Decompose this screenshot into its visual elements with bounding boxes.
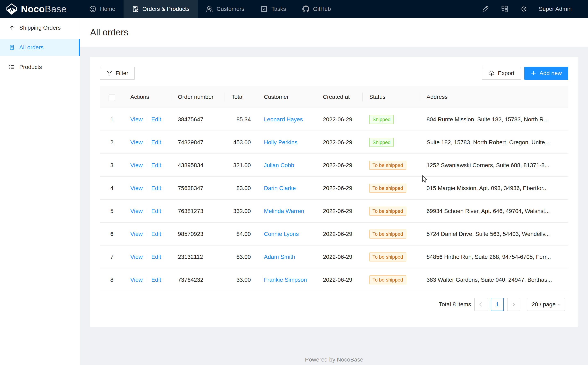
view-link[interactable]: View xyxy=(130,139,143,146)
row-actions-cell: ViewEdit xyxy=(124,223,171,246)
smiley-icon xyxy=(89,6,96,13)
customer-link[interactable]: Julian Cobb xyxy=(264,162,294,168)
row-order-number-cell: 38475647 xyxy=(171,108,225,131)
row-actions-cell: ViewEdit xyxy=(124,131,171,154)
row-created-at-cell: 2022-06-29 xyxy=(316,154,363,177)
nav-tab-label: Customers xyxy=(217,6,244,12)
plugin-blocks-icon[interactable] xyxy=(501,6,508,13)
customer-link[interactable]: Leonard Hayes xyxy=(264,116,303,123)
view-link[interactable]: View xyxy=(130,208,143,214)
customer-link[interactable]: Holly Perkins xyxy=(264,139,297,146)
edit-link[interactable]: Edit xyxy=(151,162,161,168)
nocobase-logo-icon xyxy=(6,3,18,15)
row-address-cell: 5724 Daniel Drive, Suite 563, 54403, Wen… xyxy=(420,223,568,246)
customer-link[interactable]: Frankie Simpson xyxy=(264,277,307,283)
nav-tab-orders-products[interactable]: Orders & Products xyxy=(123,0,198,18)
page-title: All orders xyxy=(90,27,578,38)
row-order-number-cell: 76381273 xyxy=(171,200,225,223)
actions-divider xyxy=(147,163,147,168)
row-index-cell: 7 xyxy=(100,246,124,268)
status-badge: To be shipped xyxy=(369,230,406,239)
ui-editor-pen-icon[interactable] xyxy=(482,6,489,13)
edit-link[interactable]: Edit xyxy=(151,139,161,146)
filter-icon xyxy=(107,70,112,76)
page-size-select[interactable]: 20 / page xyxy=(527,298,565,311)
customer-link[interactable]: Adam Smith xyxy=(264,254,295,260)
export-button[interactable]: Export xyxy=(482,67,521,80)
table-row: 2ViewEdit74829847453.00Holly Perkins2022… xyxy=(100,131,568,154)
filter-button[interactable]: Filter xyxy=(100,67,135,80)
row-total-cell: 84.00 xyxy=(225,223,257,246)
mouse-cursor xyxy=(422,175,428,183)
chevron-left-icon xyxy=(479,302,483,307)
customer-link[interactable]: Melinda Warren xyxy=(264,208,304,214)
row-index-cell: 2 xyxy=(100,131,124,154)
customer-link[interactable]: Connie Lyons xyxy=(264,231,299,237)
view-link[interactable]: View xyxy=(130,185,143,191)
github-icon xyxy=(302,6,309,13)
row-index-cell: 8 xyxy=(100,268,124,291)
column-header-customer: Customer xyxy=(257,86,316,108)
row-address-cell: 1252 Swaniawski Corners, Suite 688, 8137… xyxy=(420,154,568,177)
pagination-prev-button[interactable] xyxy=(474,298,487,311)
add-new-button[interactable]: Add new xyxy=(524,67,568,80)
row-total-cell: 332.00 xyxy=(225,200,257,223)
chevron-down-icon xyxy=(557,302,561,307)
app-root: NocoBase Home Orders & Produc xyxy=(0,0,588,365)
table-row: 5ViewEdit76381273332.00Melinda Warren202… xyxy=(100,200,568,223)
edit-link[interactable]: Edit xyxy=(151,231,161,237)
row-total-cell: 453.00 xyxy=(225,131,257,154)
nav-tab-home[interactable]: Home xyxy=(81,0,123,18)
table-row: 6ViewEdit9857092384.00Connie Lyons2022-0… xyxy=(100,223,568,246)
top-navbar: NocoBase Home Orders & Produc xyxy=(0,0,588,18)
view-link[interactable]: View xyxy=(130,162,143,168)
nav-tab-customers[interactable]: Customers xyxy=(198,0,252,18)
sidebar-item-all-orders[interactable]: All orders xyxy=(0,39,80,56)
row-created-at-cell: 2022-06-29 xyxy=(316,177,363,200)
row-index-cell: 5 xyxy=(100,200,124,223)
view-link[interactable]: View xyxy=(130,231,143,237)
row-index-cell: 6 xyxy=(100,223,124,246)
edit-link[interactable]: Edit xyxy=(151,116,161,123)
edit-link[interactable]: Edit xyxy=(151,185,161,191)
edit-link[interactable]: Edit xyxy=(151,277,161,283)
column-header-order-number: Order number xyxy=(171,86,225,108)
row-created-at-cell: 2022-06-29 xyxy=(316,268,363,291)
row-customer-cell: Holly Perkins xyxy=(257,131,316,154)
status-badge: To be shipped xyxy=(369,253,406,261)
nocobase-logo[interactable]: NocoBase xyxy=(0,0,81,18)
nav-tab-tasks[interactable]: Tasks xyxy=(252,0,294,18)
sidebar-item-shipping-orders[interactable]: Shipping Orders xyxy=(0,20,80,36)
status-badge: Shipped xyxy=(369,115,394,124)
edit-link[interactable]: Edit xyxy=(151,208,161,214)
sidebar-item-label: All orders xyxy=(19,44,44,51)
row-address-cell: 804 Runte Mission, Suite 182, 15783, Nor… xyxy=(420,108,568,131)
pagination-page-1[interactable]: 1 xyxy=(491,298,504,311)
user-menu[interactable]: Super Admin xyxy=(539,6,572,12)
row-address-cell: 383 Walter Gardens, Suite 040, 24947, Be… xyxy=(420,268,568,291)
row-created-at-cell: 2022-06-29 xyxy=(316,131,363,154)
view-link[interactable]: View xyxy=(130,116,143,123)
row-status-cell: To be shipped xyxy=(363,268,420,291)
pagination-next-button[interactable] xyxy=(507,298,520,311)
card-toolbar: Filter Export xyxy=(100,67,568,80)
view-link[interactable]: View xyxy=(130,277,143,283)
actions-divider xyxy=(147,254,147,260)
view-link[interactable]: View xyxy=(130,254,143,260)
actions-divider xyxy=(147,209,147,214)
actions-divider xyxy=(147,186,147,191)
select-all-checkbox[interactable] xyxy=(109,95,115,101)
sidebar-item-products[interactable]: Products xyxy=(0,59,80,75)
row-address-cell: Suite 182, 15783, North Robert, Oregon, … xyxy=(420,131,568,154)
row-order-number-cell: 43895834 xyxy=(171,154,225,177)
edit-link[interactable]: Edit xyxy=(151,254,161,260)
nav-tab-github[interactable]: GitHub xyxy=(294,0,339,18)
customer-link[interactable]: Darin Clarke xyxy=(264,185,296,191)
sidebar: Shipping Orders All orders Produ xyxy=(0,18,80,365)
row-actions-cell: ViewEdit xyxy=(124,108,171,131)
page-header: All orders xyxy=(80,18,588,47)
settings-gear-icon[interactable] xyxy=(520,6,527,13)
row-index-cell: 4 xyxy=(100,177,124,200)
export-icon xyxy=(488,70,494,76)
team-icon xyxy=(206,6,213,13)
